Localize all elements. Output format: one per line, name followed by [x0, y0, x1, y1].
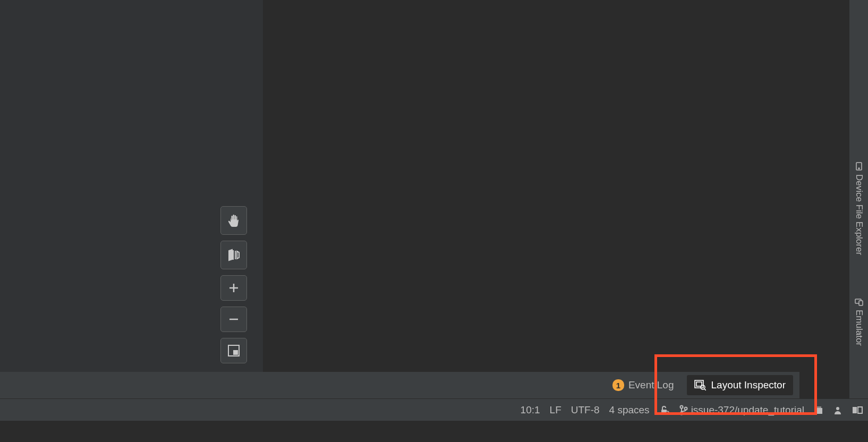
device-icon: [855, 162, 863, 171]
status-icon-1[interactable]: [814, 405, 823, 415]
editor-panel: [264, 0, 798, 372]
box-icon: [814, 405, 823, 415]
fit-icon: [228, 345, 240, 356]
pan-tool-button[interactable]: [220, 206, 247, 235]
status-icon-3[interactable]: [852, 405, 863, 415]
unlock-gear-icon: [659, 405, 670, 415]
event-log-badge: 1: [612, 379, 624, 391]
stack-icon: [227, 249, 240, 261]
svg-rect-22: [859, 301, 863, 305]
zoom-in-button[interactable]: [220, 275, 247, 301]
git-branch[interactable]: issue-372/update_tutorial: [679, 404, 804, 416]
zoom-out-button[interactable]: [220, 307, 247, 332]
three-d-view-button[interactable]: [220, 241, 247, 269]
svg-rect-15: [816, 406, 821, 408]
file-encoding[interactable]: UTF-8: [571, 404, 600, 416]
person-icon: [833, 405, 843, 415]
hand-icon: [228, 214, 240, 227]
bottom-tool-bar: 1 Event Log Layout Inspector: [0, 372, 799, 398]
svg-rect-14: [815, 408, 822, 414]
emulator-icon: [855, 298, 863, 306]
minus-icon: [229, 314, 239, 324]
indent-setting[interactable]: 4 spaces: [609, 404, 650, 416]
svg-point-11: [680, 405, 683, 408]
layout-inspector-button[interactable]: Layout Inspector: [687, 375, 793, 395]
svg-line-8: [704, 389, 706, 390]
status-icon-2[interactable]: [833, 405, 843, 415]
layout-inspector-label: Layout Inspector: [711, 379, 786, 391]
split-icon: [852, 405, 863, 415]
fit-screen-button[interactable]: [220, 338, 247, 363]
svg-point-10: [666, 411, 669, 414]
design-tool-strip: [220, 206, 247, 363]
emulator-label: Emulator: [854, 310, 864, 346]
svg-rect-18: [858, 407, 862, 413]
plus-icon: [229, 283, 239, 293]
layout-inspector-icon: [694, 380, 706, 390]
right-sidebar: Device File Explorer Emulator: [849, 0, 868, 398]
branch-name: issue-372/update_tutorial: [691, 404, 804, 416]
device-file-explorer-tab[interactable]: Device File Explorer: [854, 162, 864, 255]
status-bar: 10:1 LF UTF-8 4 spaces issue-372/update_…: [0, 398, 868, 421]
svg-point-20: [858, 168, 860, 169]
svg-point-16: [836, 407, 839, 410]
svg-point-13: [684, 407, 687, 410]
read-only-toggle[interactable]: [659, 405, 670, 415]
event-log-label: Event Log: [628, 379, 674, 391]
svg-rect-17: [853, 407, 857, 413]
svg-rect-4: [234, 351, 237, 354]
svg-point-12: [680, 412, 683, 414]
emulator-tab[interactable]: Emulator: [854, 298, 864, 346]
device-file-explorer-label: Device File Explorer: [854, 174, 864, 255]
event-log-button[interactable]: 1 Event Log: [612, 379, 674, 391]
line-ending[interactable]: LF: [550, 404, 561, 416]
branch-icon: [679, 405, 688, 415]
cursor-position[interactable]: 10:1: [521, 404, 540, 416]
svg-point-7: [701, 385, 705, 389]
